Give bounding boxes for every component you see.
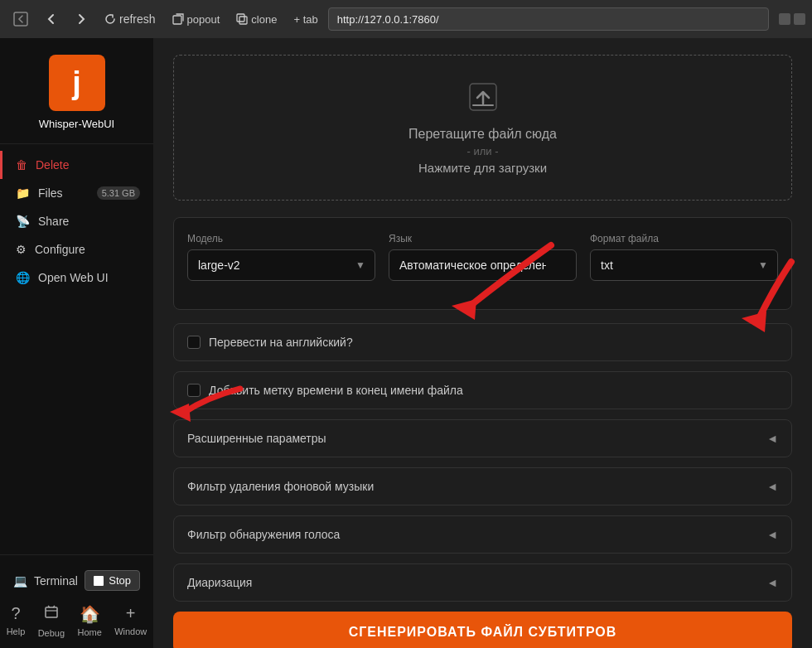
format-select[interactable]: txt srt vtt tsv json (590, 249, 778, 281)
url-bar[interactable] (328, 7, 769, 31)
sidebar-logo: j Whisper-WebUI (0, 38, 153, 144)
home-item[interactable]: 🏠 Home (77, 604, 101, 638)
refresh-label: refresh (119, 12, 156, 26)
translate-label: Перевести на английский? (209, 336, 353, 349)
new-tab-btn[interactable]: + tab (287, 10, 324, 29)
debug-icon (43, 604, 60, 625)
web-ui-label: Open Web UI (38, 271, 109, 284)
app-logo: j (49, 55, 105, 111)
format-select-wrapper: txt srt vtt tsv json ▼ (590, 249, 778, 281)
language-select-wrapper: Автоматическое определен Русский English (389, 249, 577, 281)
window-item[interactable]: + Window (114, 604, 147, 638)
sidebar-bottom-icons: ? Help Debug 🏠 (0, 596, 153, 638)
voice-filter-arrow: ◄ (766, 528, 778, 541)
help-label: Help (7, 626, 26, 636)
sidebar-nav: 🗑 Delete 📁 Files 5.31 GB 📡 Share (0, 144, 153, 554)
bgm-filter-label: Фильтр удаления фоновой музыки (187, 480, 374, 493)
share-label: Share (38, 215, 69, 228)
language-field: Язык Автоматическое определен Русский En… (389, 233, 577, 281)
sidebar-bottom: 💻 Terminal Stop ? Help (0, 554, 153, 648)
files-badge: 5.31 GB (97, 186, 140, 200)
bgm-filter-arrow: ◄ (766, 480, 778, 493)
svg-rect-3 (239, 17, 247, 24)
refresh-btn[interactable]: refresh (98, 9, 162, 29)
terminal-label: Terminal (34, 574, 78, 588)
upload-icon (191, 80, 775, 120)
terminal-icon: 💻 (13, 574, 27, 588)
nav-forward-btn[interactable] (68, 9, 94, 29)
arrow-overlay-3 (452, 309, 552, 375)
content-area: Перетащите файл сюда - или - Нажмите для… (153, 38, 812, 648)
svg-rect-1 (173, 16, 181, 24)
configure-icon: ⚙ (16, 243, 27, 256)
debug-label: Debug (38, 628, 65, 638)
bgm-filter-section[interactable]: Фильтр удаления фоновой музыки ◄ (173, 467, 792, 505)
format-field: Формат файла txt srt vtt tsv json ▼ (590, 233, 778, 281)
delete-icon: 🗑 (16, 158, 27, 172)
clone-label: clone (251, 13, 277, 26)
timestamp-option: Добавить метку времени в конец имени фай… (173, 371, 792, 409)
upload-or: - или - (191, 145, 775, 157)
generate-button[interactable]: СГЕНЕРИРОВАТЬ ФАЙЛ СУБТИТРОВ (173, 612, 792, 648)
maximize-btn[interactable] (794, 13, 805, 25)
sidebar-item-delete[interactable]: 🗑 Delete (0, 151, 153, 179)
timestamp-label: Добавить метку времени в конец имени фай… (209, 384, 463, 397)
clone-btn[interactable]: clone (230, 10, 283, 29)
minimize-btn[interactable] (779, 13, 790, 25)
model-select-wrapper: tiny base small medium large large-v2 la… (187, 249, 375, 281)
terminal-item: 💻 Terminal Stop (0, 565, 153, 596)
advanced-params-section[interactable]: Расширенные параметры ◄ (173, 419, 792, 457)
language-select[interactable]: Автоматическое определен Русский English (389, 249, 577, 281)
diarization-section[interactable]: Диаризация ◄ (173, 563, 792, 602)
back-btn[interactable] (7, 8, 35, 30)
svg-rect-4 (46, 607, 57, 617)
web-ui-icon: 🌐 (16, 271, 30, 284)
popout-label: popout (187, 13, 220, 26)
debug-item[interactable]: Debug (38, 604, 65, 638)
stop-button[interactable]: Stop (85, 570, 140, 591)
tab-label: + tab (293, 13, 317, 26)
home-label: Home (77, 627, 101, 637)
model-select[interactable]: tiny base small medium large large-v2 la… (187, 249, 375, 281)
translate-checkbox[interactable] (187, 336, 201, 349)
popout-btn[interactable]: popout (166, 10, 227, 29)
files-icon: 📁 (16, 186, 30, 200)
files-label: Files (38, 186, 63, 200)
app-title: Whisper-WebUI (39, 118, 115, 130)
settings-row: Модель tiny base small medium large larg… (187, 233, 778, 281)
upload-main-text: Перетащите файл сюда (191, 127, 775, 142)
logo-letter: j (72, 65, 81, 101)
home-icon: 🏠 (80, 604, 100, 624)
diarization-arrow: ◄ (766, 576, 778, 589)
diarization-label: Диаризация (187, 576, 252, 589)
voice-filter-label: Фильтр обнаружения голоса (187, 528, 340, 541)
svg-rect-0 (14, 12, 27, 26)
advanced-params-label: Расширенные параметры (187, 432, 326, 445)
settings-panel: Модель tiny base small medium large larg… (173, 217, 792, 310)
svg-rect-2 (237, 14, 244, 22)
share-icon: 📡 (16, 215, 30, 228)
sidebar-item-files[interactable]: 📁 Files 5.31 GB (0, 179, 153, 207)
sidebar-item-open-web-ui[interactable]: 🌐 Open Web UI (0, 264, 153, 292)
voice-filter-section[interactable]: Фильтр обнаружения голоса ◄ (173, 515, 792, 554)
delete-label: Delete (36, 158, 69, 172)
model-field: Модель tiny base small medium large larg… (187, 233, 375, 281)
sidebar-item-configure[interactable]: ⚙ Configure (0, 235, 153, 264)
configure-label: Configure (35, 243, 85, 256)
nav-back-btn[interactable] (38, 9, 65, 29)
format-label: Формат файла (590, 233, 778, 244)
stop-icon (94, 576, 104, 586)
window-icon: + (126, 604, 136, 623)
upload-zone[interactable]: Перетащите файл сюда - или - Нажмите для… (173, 55, 792, 201)
window-controls (779, 13, 805, 25)
help-icon: ? (11, 604, 20, 623)
upload-click-text: Нажмите для загрузки (191, 161, 775, 175)
help-item[interactable]: ? Help (7, 604, 26, 638)
timestamp-checkbox[interactable] (187, 384, 201, 397)
window-label: Window (114, 626, 147, 636)
sidebar: j Whisper-WebUI 🗑 Delete 📁 Files 5.31 GB (0, 38, 153, 648)
translate-option: Перевести на английский? (173, 323, 792, 361)
sidebar-item-share[interactable]: 📡 Share (0, 207, 153, 235)
browser-bar: refresh popout clone + tab (0, 0, 812, 38)
advanced-params-arrow: ◄ (766, 432, 778, 445)
